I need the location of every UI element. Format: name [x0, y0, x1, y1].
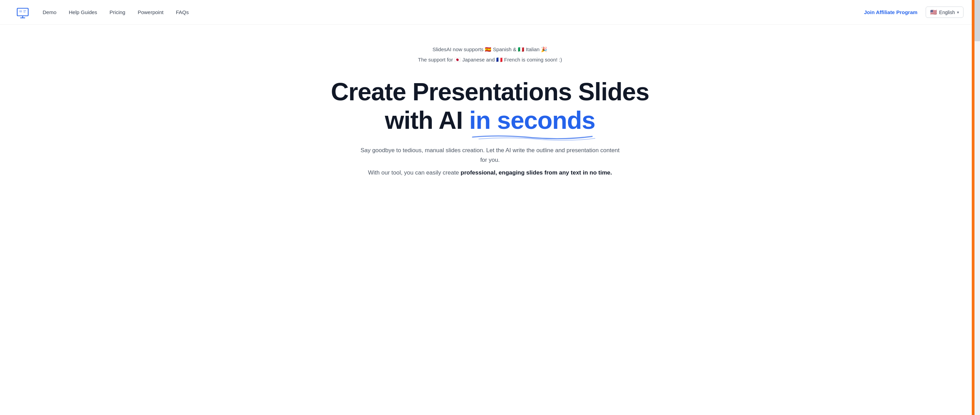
svg-rect-3: [19, 10, 22, 13]
nav-pricing[interactable]: Pricing: [110, 9, 126, 15]
svg-rect-4: [23, 10, 26, 11]
hero-subtitle-line2-normal: With our tool, you can easily create: [368, 169, 460, 176]
announcement-line2: The support for 🇯🇵 Japanese and 🇫🇷 Frenc…: [418, 55, 562, 64]
navbar: Demo Help Guides Pricing Powerpoint FAQs…: [0, 0, 980, 25]
hero-title-line1: Create Presentations Slides: [331, 78, 649, 106]
nav-powerpoint[interactable]: Powerpoint: [138, 9, 163, 15]
underline-decoration: [469, 133, 595, 141]
announcement-banner: SlidesAI now supports 🇪🇸 Spanish & 🇮🇹 It…: [418, 45, 562, 64]
scrollbar-thumb[interactable]: [975, 0, 980, 41]
logo-icon: [16, 6, 29, 19]
announcement-line1: SlidesAI now supports 🇪🇸 Spanish & 🇮🇹 It…: [433, 45, 548, 54]
language-flag: 🇺🇸: [930, 9, 937, 16]
hero-subtitle-line1: Say goodbye to tedious, manual slides cr…: [360, 146, 620, 166]
hero-subtitle-line2: With our tool, you can easily create pro…: [368, 168, 612, 178]
hero-section: SlidesAI now supports 🇪🇸 Spanish & 🇮🇹 It…: [249, 25, 731, 195]
language-selector[interactable]: 🇺🇸 English ▾: [926, 6, 964, 18]
language-label: English: [939, 10, 955, 15]
chevron-down-icon: ▾: [957, 10, 959, 15]
svg-rect-5: [23, 12, 25, 13]
hero-highlight-text: in seconds: [469, 106, 595, 134]
navbar-right: Join Affiliate Program 🇺🇸 English ▾: [864, 6, 964, 18]
hero-subtitle-line2-bold: professional, engaging slides from any t…: [461, 169, 612, 176]
orange-accent-bar: [972, 0, 975, 415]
hero-title: Create Presentations Slides with AI in s…: [331, 78, 649, 135]
scrollbar-track[interactable]: [975, 0, 980, 415]
nav-links: Demo Help Guides Pricing Powerpoint FAQs: [43, 9, 864, 15]
logo[interactable]: [16, 6, 29, 19]
svg-rect-0: [17, 8, 28, 16]
hero-title-highlight: in seconds: [469, 106, 595, 135]
hero-title-line2-normal: with AI: [385, 106, 469, 134]
affiliate-link[interactable]: Join Affiliate Program: [864, 9, 917, 15]
nav-help-guides[interactable]: Help Guides: [69, 9, 97, 15]
nav-faqs[interactable]: FAQs: [176, 9, 189, 15]
nav-demo[interactable]: Demo: [43, 9, 56, 15]
